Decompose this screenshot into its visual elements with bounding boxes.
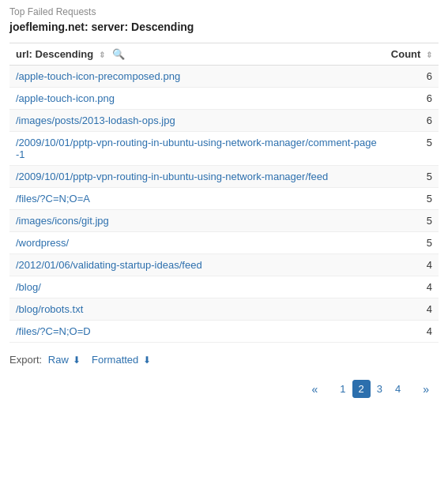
col-count-label: Count [391, 48, 421, 60]
pagination-next[interactable]: » [416, 380, 435, 399]
count-cell: 5 [385, 188, 439, 210]
sort-icons[interactable]: ⇕ [99, 51, 105, 59]
count-cell: 4 [385, 254, 439, 276]
col-count-header[interactable]: Count ⇕ [385, 43, 439, 66]
table-row: /apple-touch-icon-precomposed.png6 [9, 66, 439, 88]
count-cell: 5 [385, 132, 439, 166]
url-cell[interactable]: /files/?C=N;O=D [9, 321, 385, 343]
table-row: /images/posts/2013-lodash-ops.jpg6 [9, 110, 439, 132]
count-cell: 6 [385, 66, 439, 88]
url-cell[interactable]: /wordpress/ [9, 232, 385, 254]
export-bar: Export: Raw ⬇ Formatted ⬇ [9, 354, 439, 366]
count-cell: 5 [385, 166, 439, 188]
export-label: Export: [9, 354, 42, 366]
url-cell[interactable]: /2012/01/06/validating-startup-ideas/fee… [9, 254, 385, 276]
url-cell[interactable]: /images/icons/git.jpg [9, 210, 385, 232]
url-cell[interactable]: /files/?C=N;O=A [9, 188, 385, 210]
table-container: url: Descending ⇕ 🔍 Count ⇕ /apple-touch… [9, 43, 439, 343]
col-url-header[interactable]: url: Descending ⇕ 🔍 [9, 43, 385, 66]
formatted-download-icon: ⬇ [143, 355, 151, 366]
table-row: /apple-touch-icon.png6 [9, 88, 439, 110]
table-row: /2009/10/01/pptp-vpn-routing-in-ubuntu-u… [9, 132, 439, 166]
count-cell: 5 [385, 232, 439, 254]
widget-title: Top Failed Requests [9, 6, 439, 17]
pagination-page-2[interactable]: 2 [352, 380, 371, 398]
table-row: /files/?C=N;O=D4 [9, 321, 439, 343]
export-formatted-link[interactable]: Formatted ⬇ [92, 354, 151, 366]
url-cell[interactable]: /2009/10/01/pptp-vpn-routing-in-ubuntu-u… [9, 166, 385, 188]
table-row: /wordpress/5 [9, 232, 439, 254]
url-cell[interactable]: /blog/ [9, 276, 385, 298]
col-url-label: url: Descending [16, 48, 93, 60]
url-cell[interactable]: /images/posts/2013-lodash-ops.jpg [9, 110, 385, 132]
count-cell: 4 [385, 276, 439, 298]
table-row: /blog/robots.txt4 [9, 298, 439, 321]
pagination: « 1234 » [9, 377, 439, 401]
pagination-page-1[interactable]: 1 [333, 380, 352, 398]
url-cell[interactable]: /2009/10/01/pptp-vpn-routing-in-ubuntu-u… [9, 132, 385, 166]
export-raw-link[interactable]: Raw ⬇ [48, 354, 84, 366]
count-sort-icons[interactable]: ⇕ [426, 51, 432, 59]
raw-download-icon: ⬇ [73, 355, 81, 366]
pagination-page-4[interactable]: 4 [389, 380, 407, 398]
url-cell[interactable]: /blog/robots.txt [9, 298, 385, 321]
count-cell: 6 [385, 110, 439, 132]
count-cell: 4 [385, 298, 439, 321]
export-formatted-label: Formatted [92, 354, 138, 366]
table-row: /files/?C=N;O=A5 [9, 188, 439, 210]
results-table: url: Descending ⇕ 🔍 Count ⇕ /apple-touch… [9, 43, 439, 343]
widget-container: Top Failed Requests joefleming.net: serv… [0, 0, 448, 411]
pagination-page-3[interactable]: 3 [371, 380, 389, 398]
export-raw-label: Raw [48, 354, 69, 366]
table-row: /blog/4 [9, 276, 439, 298]
pagination-prev[interactable]: « [305, 380, 324, 399]
table-row: /images/icons/git.jpg5 [9, 210, 439, 232]
count-cell: 5 [385, 210, 439, 232]
count-cell: 4 [385, 321, 439, 343]
table-row: /2009/10/01/pptp-vpn-routing-in-ubuntu-u… [9, 166, 439, 188]
table-row: /2012/01/06/validating-startup-ideas/fee… [9, 254, 439, 276]
count-cell: 6 [385, 88, 439, 110]
url-cell[interactable]: /apple-touch-icon.png [9, 88, 385, 110]
search-icon[interactable]: 🔍 [112, 48, 125, 60]
url-cell[interactable]: /apple-touch-icon-precomposed.png [9, 66, 385, 88]
subtitle: joefleming.net: server: Descending [9, 21, 439, 33]
